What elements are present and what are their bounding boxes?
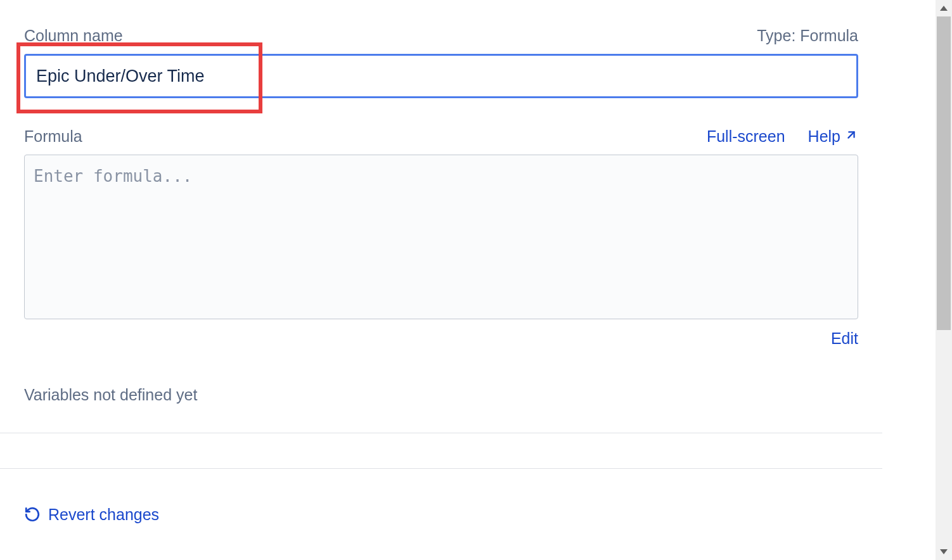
- scrollbar-track[interactable]: [936, 0, 952, 560]
- variables-not-defined-text: Variables not defined yet: [24, 386, 858, 404]
- help-link[interactable]: Help: [808, 127, 858, 146]
- chevron-up-icon: [940, 6, 948, 11]
- scrollbar-thumb[interactable]: [937, 16, 951, 330]
- edit-link-row: Edit: [24, 329, 858, 348]
- formula-header-row: Formula Full-screen Help: [24, 127, 858, 146]
- revert-changes-link[interactable]: Revert changes: [24, 506, 159, 524]
- formula-links: Full-screen Help: [707, 127, 858, 146]
- revert-changes-label: Revert changes: [48, 506, 159, 524]
- column-name-label: Column name: [24, 27, 123, 45]
- formula-label: Formula: [24, 127, 82, 146]
- formula-editor-panel: Column name Type: Formula Formula Full-s…: [0, 0, 882, 560]
- type-formula-label: Type: Formula: [757, 27, 858, 45]
- header-row: Column name Type: Formula: [24, 27, 858, 45]
- chevron-down-icon: [940, 549, 948, 554]
- divider-line: [0, 433, 882, 433]
- scrollbar-arrow-up[interactable]: [936, 0, 952, 16]
- column-name-input[interactable]: [24, 54, 858, 98]
- bottom-bar: Revert changes: [0, 468, 882, 560]
- external-link-icon: [844, 127, 858, 146]
- scrollbar-arrow-down[interactable]: [936, 544, 952, 560]
- edit-link[interactable]: Edit: [831, 329, 858, 348]
- svg-line-0: [848, 132, 854, 137]
- undo-icon: [24, 506, 41, 523]
- content-area: Column name Type: Formula Formula Full-s…: [0, 0, 882, 404]
- formula-textarea[interactable]: [24, 155, 858, 319]
- help-link-text: Help: [808, 127, 840, 146]
- fullscreen-link[interactable]: Full-screen: [707, 127, 785, 146]
